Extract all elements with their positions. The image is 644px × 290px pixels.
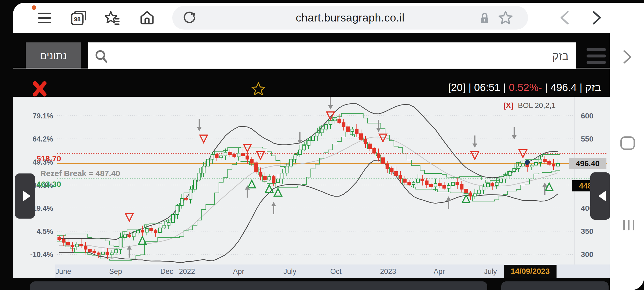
nav-back-icon[interactable] (621, 49, 634, 64)
svg-text:463.30: 463.30 (36, 180, 61, 189)
favorite-star-icon[interactable] (251, 82, 266, 96)
search-input[interactable]: בזק (88, 42, 576, 69)
nav-recents-icon[interactable] (623, 220, 638, 230)
ticker-info: [20] | 06:51 | 0.52%- | 496.4 | בזק (448, 82, 601, 93)
right-panel-tab[interactable] (590, 172, 610, 220)
svg-text:Apr: Apr (233, 267, 244, 276)
svg-text:518.70: 518.70 (36, 154, 61, 163)
nav-home-icon[interactable] (620, 136, 635, 150)
svg-text:Oct: Oct (330, 267, 342, 276)
bookmark-page-star-icon[interactable] (499, 11, 513, 25)
bookmarks-star-icon[interactable] (105, 11, 120, 25)
price-tag: 496.40 (569, 158, 606, 169)
url-text[interactable]: chart.bursagraph.co.il (172, 6, 528, 30)
phone-screen: 98 chart.bursagraph.co.il נתונים בזק (0, 0, 644, 290)
svg-text:19.4%: 19.4% (32, 204, 53, 212)
tabs-icon[interactable]: 98 (71, 11, 86, 25)
svg-text:-10.4%: -10.4% (30, 251, 53, 259)
svg-text:300: 300 (581, 250, 594, 259)
ticker-right: | 496.4 | בזק (542, 82, 601, 93)
home-icon[interactable] (140, 11, 154, 25)
last-price-dot (525, 160, 530, 165)
svg-text:Dec: Dec (160, 267, 173, 276)
data-button[interactable]: נתונים (26, 42, 81, 69)
left-panel-tab[interactable] (15, 173, 35, 219)
indicator-legend[interactable]: [X]BOL 20,2,1 (503, 101, 556, 110)
notification-dot (32, 5, 36, 10)
svg-text:Apr: Apr (434, 267, 445, 276)
forward-icon[interactable] (590, 10, 603, 25)
date-tag: 14/09/2023 (504, 265, 557, 278)
svg-text:July: July (484, 267, 497, 276)
ticker-left: [20] | 06:51 | (448, 82, 509, 93)
svg-text:64.2%: 64.2% (32, 135, 53, 143)
back-icon (558, 10, 572, 25)
lock-icon (480, 12, 489, 24)
svg-text:14/09/2023: 14/09/2023 (511, 267, 550, 276)
svg-text:BOL 20,2,1: BOL 20,2,1 (518, 101, 556, 110)
site-menu-icon[interactable] (587, 43, 606, 69)
svg-text:98: 98 (74, 16, 80, 23)
svg-text:350: 350 (581, 227, 594, 235)
svg-text:496.40: 496.40 (576, 159, 600, 168)
browser-menu-icon[interactable] (38, 12, 51, 24)
svg-text:2022: 2022 (179, 267, 195, 276)
svg-text:Rezef Break = 487.40: Rezef Break = 487.40 (40, 169, 120, 178)
divider (13, 68, 610, 68)
svg-text:2023: 2023 (380, 267, 396, 276)
svg-text:550: 550 (581, 135, 594, 143)
bottom-panel-left[interactable] (30, 281, 487, 290)
svg-text:July: July (283, 267, 297, 276)
svg-text:600: 600 (581, 112, 594, 120)
price-chart[interactable]: 79.1%60064.2%55049.3%50034.3%45019.4%400… (13, 97, 610, 278)
ticker-change: 0.52%- (509, 82, 542, 93)
close-chart-icon[interactable] (32, 81, 48, 97)
bottom-panel-right[interactable] (501, 281, 609, 290)
svg-text:June: June (56, 267, 71, 276)
svg-text:4.5%: 4.5% (36, 227, 53, 235)
svg-text:[X]: [X] (503, 101, 513, 110)
svg-text:79.1%: 79.1% (32, 112, 53, 120)
search-icon (94, 48, 108, 63)
search-value: בזק (108, 50, 576, 62)
phone-nav-bar (610, 33, 644, 290)
svg-text:Sep: Sep (109, 267, 122, 276)
